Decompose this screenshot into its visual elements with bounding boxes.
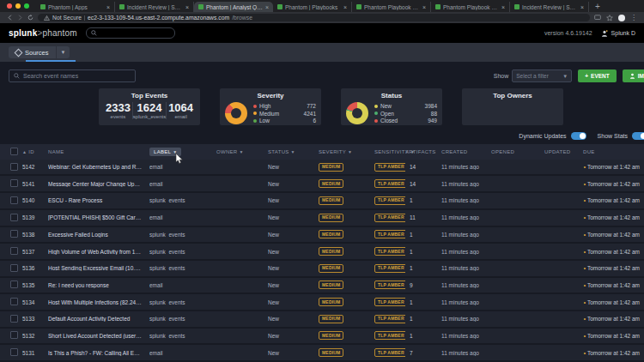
table-row[interactable]: 5138Excessive Failed Loginssplunk_events… <box>0 227 644 244</box>
legend-label: Low <box>259 118 270 124</box>
table-row[interactable]: 5134Host With Multiple Infections (82.24… <box>0 294 644 311</box>
event-name[interactable]: Webinar: Get Kubernetes Up and Running <box>48 164 149 170</box>
select-all-checkbox[interactable] <box>10 148 18 155</box>
browser-tab[interactable]: Phantom | Playbooks× <box>273 2 352 12</box>
table-row[interactable]: 5142Webinar: Get Kubernetes Up and Runni… <box>0 160 644 177</box>
column-header-artifacts[interactable]: ARTIFACTS <box>405 144 441 160</box>
row-checkbox[interactable] <box>10 348 18 356</box>
event-status: New <box>268 249 319 255</box>
window-close-button[interactable] <box>7 3 12 9</box>
event-artifacts: 1 <box>405 333 441 339</box>
column-header-status[interactable]: STATUS▼ <box>268 144 319 160</box>
row-checkbox[interactable] <box>10 331 18 339</box>
table-row[interactable]: 5137High Volume of Web Activity from 10.… <box>0 244 644 261</box>
column-header-opened[interactable]: OPENED <box>491 144 544 160</box>
row-checkbox[interactable] <box>10 264 18 272</box>
row-checkbox-cell <box>0 247 22 256</box>
row-checkbox[interactable] <box>10 315 18 323</box>
dynamic-updates-toggle[interactable] <box>571 132 586 140</box>
cast-icon[interactable] <box>594 15 601 21</box>
column-header-updated[interactable]: UPDATED <box>544 144 583 160</box>
tab-close-icon[interactable]: × <box>422 4 426 10</box>
table-row[interactable]: 5139[POTENTIAL PHISH] $500 Gift Card fro… <box>0 210 644 227</box>
column-label: CREATED <box>441 149 467 154</box>
event-name[interactable]: Message Center Major Change Update Notif… <box>48 181 149 187</box>
tab-close-icon[interactable]: × <box>106 4 110 10</box>
row-checkbox[interactable] <box>10 214 18 221</box>
forward-icon[interactable] <box>17 15 23 21</box>
browser-tab[interactable]: Phantom | Analyst Queue× <box>194 2 273 12</box>
new-tab-button[interactable]: + <box>589 0 606 12</box>
browser-tab[interactable]: Phantom Playbook Editor× <box>352 2 431 12</box>
event-created: 11 minutes ago <box>441 197 491 203</box>
browser-tab[interactable]: Incident Review | Splunk× <box>510 2 589 12</box>
event-name[interactable]: Excessive Failed Logins <box>48 232 149 238</box>
column-header-owner[interactable]: OWNER▼ <box>216 144 268 160</box>
table-row[interactable]: 5131Is This a Phish? - FW: Calling All E… <box>0 345 644 362</box>
event-name[interactable]: Re: I need you response <box>48 282 149 288</box>
column-header-severity[interactable]: SEVERITY▼ <box>319 144 374 160</box>
event-created: 11 minutes ago <box>441 232 491 238</box>
event-name[interactable]: Default Account Activity Detected <box>48 316 149 322</box>
column-label: LABEL <box>154 149 171 154</box>
event-name[interactable]: [POTENTIAL PHISH] $500 Gift Card from Wo… <box>48 214 149 220</box>
row-checkbox[interactable] <box>10 247 18 255</box>
column-header-name[interactable]: NAME <box>48 144 149 160</box>
event-name[interactable]: ESCU - Rare Process <box>48 197 149 203</box>
window-minimize-button[interactable] <box>15 3 21 9</box>
browser-tab[interactable]: Phantom | Apps× <box>36 2 115 12</box>
table-row[interactable]: 5141Message Center Major Change Update N… <box>0 176 644 193</box>
search-event-names-input[interactable]: Search event names <box>9 69 136 82</box>
tab-close-icon[interactable]: × <box>343 4 347 10</box>
tab-close-icon[interactable]: × <box>580 4 584 10</box>
row-checkbox[interactable] <box>10 298 18 305</box>
chevron-down-icon[interactable]: ▼ <box>57 50 70 55</box>
browser-tab[interactable]: Phantom Playbook Editor× <box>431 2 510 12</box>
row-checkbox[interactable] <box>10 163 18 171</box>
tab-close-icon[interactable]: × <box>501 4 505 10</box>
legend-dot-icon <box>374 105 378 108</box>
tab-close-icon[interactable]: × <box>265 4 269 10</box>
column-header-checkbox[interactable] <box>0 144 22 160</box>
show-stats-toggle[interactable] <box>632 132 644 140</box>
column-header-due[interactable]: DUE <box>583 144 644 160</box>
address-bar[interactable]: Not Secure ec2-3-133-109-54.us-east-2.co… <box>38 14 590 21</box>
column-header-created[interactable]: CREATED <box>441 144 491 160</box>
row-checkbox[interactable] <box>10 179 18 187</box>
reload-icon[interactable] <box>27 15 33 21</box>
global-search-input[interactable] <box>86 27 175 39</box>
due-dot-icon: • <box>584 282 586 288</box>
filter-select[interactable]: Select a filter ▼ <box>512 69 572 82</box>
table-row[interactable]: 5135Re: I need you responseemailNewMEDIU… <box>0 278 644 295</box>
event-name[interactable]: Is This a Phish? - FW: Calling All Emplo… <box>48 350 149 356</box>
row-checkbox[interactable] <box>10 281 18 288</box>
table-row[interactable]: 5140ESCU - Rare Processsplunk_eventsNewM… <box>0 193 644 210</box>
event-name[interactable]: Host With Multiple Infections (82.245.22… <box>48 299 149 305</box>
column-header-sensitivity[interactable]: SENSITIVITY▼ <box>374 144 405 160</box>
sources-menu-button[interactable]: Sources ▼ <box>9 46 70 58</box>
user-menu[interactable]: Splunk D <box>601 30 635 37</box>
row-checkbox[interactable] <box>10 230 18 238</box>
column-header-id[interactable]: ▲ID <box>22 144 48 160</box>
tab-close-icon[interactable]: × <box>185 4 189 10</box>
import-button[interactable]: IMPORT <box>623 69 644 82</box>
back-icon[interactable] <box>7 15 13 21</box>
column-label: UPDATED <box>544 149 570 154</box>
event-due: •Tomorrow at 1:42 am <box>583 181 644 187</box>
bookmark-star-icon[interactable] <box>606 15 613 21</box>
browser-profile-avatar[interactable] <box>618 15 625 21</box>
event-due: •Tomorrow at 1:42 am <box>583 333 644 339</box>
add-event-button[interactable]: + EVENT <box>578 69 616 82</box>
event-name[interactable]: Short Lived Account Detected (user_a) <box>48 333 149 339</box>
window-zoom-button[interactable] <box>24 3 29 9</box>
table-row[interactable]: 5136Host Sending Excessive Email (10.11.… <box>0 261 644 278</box>
event-name[interactable]: Host Sending Excessive Email (10.11.36.5… <box>48 265 149 271</box>
table-row[interactable]: 5132Short Lived Account Detected (user_a… <box>0 329 644 346</box>
table-row[interactable]: 5133Default Account Activity Detectedspl… <box>0 311 644 329</box>
browser-tab[interactable]: Incident Review | Splunk× <box>115 2 194 12</box>
table-header: ▲IDNAMELABEL▼OWNER▼STATUS▼SEVERITY▼SENSI… <box>0 144 644 160</box>
row-checkbox[interactable] <box>10 196 18 204</box>
column-header-label[interactable]: LABEL▼ <box>149 144 216 160</box>
event-name[interactable]: High Volume of Web Activity from 10.13.3… <box>48 249 149 255</box>
browser-menu-icon[interactable]: ⋮ <box>630 15 637 21</box>
